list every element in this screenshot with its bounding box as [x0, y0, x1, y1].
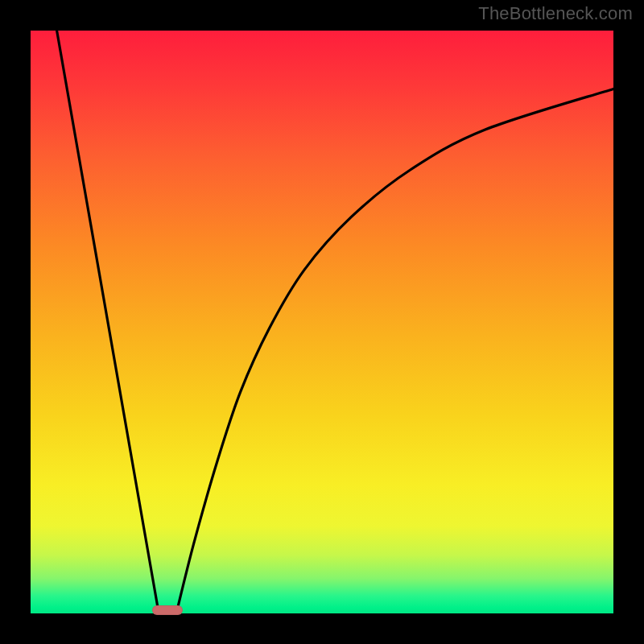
optimal-marker — [152, 605, 183, 615]
curve-path — [57, 31, 613, 613]
chart-frame: TheBottleneck.com — [0, 0, 644, 644]
watermark-text: TheBottleneck.com — [478, 3, 633, 24]
plot-area — [31, 31, 613, 613]
bottleneck-curve — [31, 31, 613, 613]
